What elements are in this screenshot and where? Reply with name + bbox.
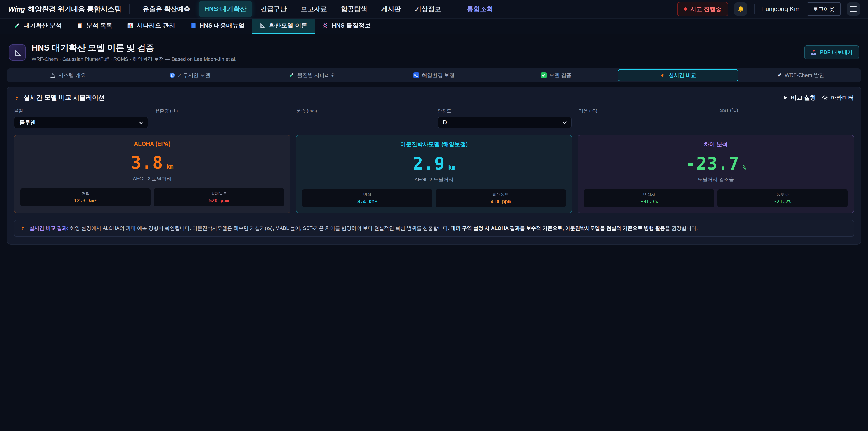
stat-label: 최대농도 (438, 192, 563, 197)
tab-label: WRF-Chem·발전 (784, 72, 824, 79)
air-temp-input[interactable] (579, 117, 713, 128)
subtab-dispersion-model-theory[interactable]: 확산모델 이론 (252, 19, 315, 34)
comparison-cards: ALOHA (EPA) 3.8 km AEGL-2 도달거리 면적 12.3 k… (14, 135, 854, 213)
note-text: 실시간 비교 결과: 해양 환경에서 ALOHA의 과대 예측 경향이 확인됩니… (29, 225, 698, 232)
menu-button[interactable] (847, 2, 860, 16)
parameters-button[interactable]: 파라미터 (822, 94, 854, 102)
card-sublabel: AEGL-2 도달거리 (302, 176, 566, 183)
lightning-icon (660, 72, 666, 78)
panel-title: 실시간 모델 비교 시뮬레이션 (14, 93, 105, 102)
status-dot-icon (684, 7, 687, 11)
gear-icon (822, 95, 828, 100)
card-stats: 면적 12.3 km² 최대농도 520 ppm (20, 188, 284, 206)
main-nav: 유출유 확산예측 HNS·대기확산 긴급구난 보고자료 항공탐색 게시판 기상정… (137, 1, 677, 17)
book-icon (190, 22, 196, 29)
card-sublabel: AEGL-2 도달거리 (20, 175, 284, 182)
top-bar: Wing 해양환경 위기대응 통합시스템 유출유 확산예측 HNS·대기확산 긴… (0, 0, 868, 19)
bar-chart-icon (127, 22, 133, 29)
card-main-value: 2.9 km (302, 153, 566, 174)
logout-button[interactable]: 로그아웃 (807, 2, 841, 16)
check-icon (541, 72, 547, 78)
field-label: 기온 (°C) (579, 108, 713, 114)
section-tab-strip: 시스템 개요 가우시안 모델 물질별 시나리오 해양환경 보정 모델 검증 (7, 68, 861, 82)
chevron-down-icon (562, 120, 567, 124)
stat-value: 8.4 km² (305, 199, 430, 204)
card-unit: km (448, 164, 455, 171)
cyclone-icon (169, 72, 175, 78)
nav-item-oil-spill[interactable]: 유출유 확산예측 (137, 1, 196, 17)
subtab-hns-substance-info[interactable]: HNS 물질정보 (315, 19, 378, 34)
run-comparison-label: 비교 실행 (791, 94, 816, 102)
comparison-result-note: 실시간 비교 결과: 해양 환경에서 ALOHA의 과대 예측 경향이 확인됩니… (14, 220, 854, 237)
nav-item-weather[interactable]: 기상정보 (410, 1, 447, 17)
card-unit: % (743, 164, 746, 171)
card-sublabel: 도달거리 감소율 (584, 176, 848, 183)
card-difference-analysis: 차이 분석 -23.7 % 도달거리 감소율 면적차 -31.7% 농도차 -2… (578, 135, 854, 213)
wind-speed-input[interactable] (296, 117, 430, 128)
tab-realtime-comparison[interactable]: 실시간 비교 (618, 69, 739, 81)
tab-label: 시스템 개요 (58, 72, 86, 79)
dna-icon (322, 22, 329, 29)
field-spill-volume: 유출량 (kL) (155, 108, 289, 128)
chevron-down-icon (139, 120, 143, 124)
nav-item-reports[interactable]: 보고자료 (296, 1, 333, 17)
tab-model-validation[interactable]: 모델 검증 (496, 69, 616, 81)
tab-system-overview[interactable]: 시스템 개요 (7, 69, 128, 81)
spill-volume-input[interactable] (155, 117, 289, 128)
pdf-export-label: PDF 내보내기 (820, 49, 852, 56)
panel-title-text: 실시간 모델 비교 시뮬레이션 (24, 93, 105, 102)
substance-select-value: 톨루엔 (20, 119, 36, 126)
nav-item-emergency[interactable]: 긴급구난 (255, 1, 292, 17)
tab-label: 실시간 비교 (669, 72, 696, 79)
subtab-dispersion-analysis[interactable]: 대기확산 분석 (6, 19, 69, 34)
stability-select[interactable]: D (438, 117, 572, 128)
card-stats: 면적차 -31.7% 농도차 -21.2% (584, 189, 848, 207)
nav-item-board[interactable]: 게시판 (376, 1, 406, 17)
stat-value: 520 ppm (156, 198, 282, 204)
run-comparison-button[interactable]: 비교 실행 (782, 94, 816, 102)
stat-value: 12.3 km² (23, 198, 148, 204)
card-unit: km (166, 163, 174, 170)
subtab-scenario-management[interactable]: 시나리오 관리 (120, 19, 182, 34)
field-air-temp: 기온 (°C) (579, 108, 713, 128)
tab-wrf-chem-advanced[interactable]: WRF-Chem·발전 (740, 69, 861, 81)
note-bold-text: 대피 구역 설정 시 ALOHA 결과를 보수적 기준으로, 이문진박사모델을 … (451, 225, 665, 231)
subtab-label: 분석 목록 (86, 22, 113, 30)
user-name: Eunjeong Kim (761, 5, 801, 13)
tab-label: 모델 검증 (549, 72, 571, 79)
notifications-button[interactable] (734, 2, 747, 16)
stat-value: -31.7% (586, 199, 712, 204)
page: Wing 해양환경 위기대응 통합시스템 유출유 확산예측 HNS·대기확산 긴… (0, 0, 868, 431)
subtab-label: 대기확산 분석 (24, 22, 62, 30)
nav-item-hns-dispersion[interactable]: HNS·대기확산 (199, 1, 252, 17)
field-label: SST (°C) (720, 108, 854, 113)
nav-item-aerial-search[interactable]: 항공탐색 (336, 1, 373, 17)
hamburger-icon (850, 6, 857, 12)
bell-icon (737, 5, 744, 13)
tab-gaussian-model[interactable]: 가우시안 모델 (129, 69, 250, 81)
wave-icon (413, 72, 419, 78)
subtab-analysis-list[interactable]: 분석 목록 (69, 19, 120, 34)
card-title: 이문진박사모델 (해양보정) (302, 141, 566, 148)
substance-select[interactable]: 톨루엔 (14, 117, 148, 128)
triangle-ruler-icon (259, 22, 266, 29)
card-aloha: ALOHA (EPA) 3.8 km AEGL-2 도달거리 면적 12.3 k… (14, 135, 290, 213)
sst-input[interactable] (720, 116, 854, 127)
field-stability: 안정도 D (438, 108, 572, 128)
triangle-ruler-icon (13, 48, 22, 57)
clipboard-icon (76, 22, 83, 29)
tab-label: 가우시안 모델 (178, 72, 211, 79)
pdf-export-button[interactable]: PDF 내보내기 (804, 45, 859, 59)
card-value: -23.7 (685, 153, 739, 174)
tab-substance-scenarios[interactable]: 물질별 시나리오 (252, 69, 372, 81)
tab-marine-correction[interactable]: 해양환경 보정 (374, 69, 494, 81)
nav-item-integrated-search[interactable]: 통합조회 (462, 1, 499, 17)
note-body-end: 을 권장합니다. (665, 225, 698, 231)
page-header-left: HNS 대기확산 모델 이론 및 검증 WRF-Chem · Gaussian … (9, 42, 237, 63)
field-sst: SST (°C) (720, 108, 854, 128)
stat-value: -21.2% (720, 199, 845, 204)
subtab-hns-manual[interactable]: HNS 대응매뉴얼 (182, 19, 252, 34)
brand: Wing 해양환경 위기대응 통합시스템 (8, 4, 121, 14)
note-label: 실시간 비교 결과: (29, 225, 69, 231)
field-wind-speed: 풍속 (m/s) (296, 108, 430, 128)
